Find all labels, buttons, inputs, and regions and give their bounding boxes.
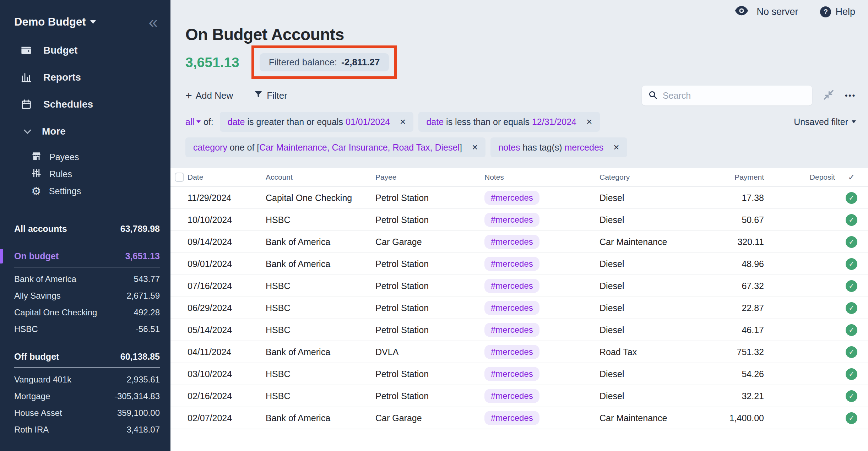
- table-row[interactable]: 11/29/2024Capital One CheckingPetrol Sta…: [170, 187, 868, 209]
- cell-date[interactable]: 04/11/2024: [188, 347, 266, 357]
- cell-notes[interactable]: #mercedes: [484, 389, 600, 403]
- notes-tag[interactable]: #mercedes: [484, 389, 539, 403]
- cell-account[interactable]: Bank of America: [266, 259, 375, 269]
- cell-date[interactable]: 02/16/2024: [188, 391, 266, 401]
- column-header-account[interactable]: Account: [266, 173, 375, 181]
- collapse-sidebar-icon[interactable]: «: [148, 16, 158, 29]
- cell-cleared[interactable]: ✓: [835, 258, 868, 270]
- sidebar-item-more[interactable]: More: [20, 122, 170, 141]
- cell-account[interactable]: Bank of America: [266, 347, 375, 357]
- cell-notes[interactable]: #mercedes: [484, 323, 600, 337]
- remove-filter-icon[interactable]: ×: [400, 117, 406, 127]
- filter-chip-notes-tag[interactable]: notes has tag(s) mercedes ×: [490, 137, 627, 157]
- cell-date[interactable]: 05/14/2024: [188, 325, 266, 335]
- cell-notes[interactable]: #mercedes: [484, 411, 600, 425]
- cell-cleared[interactable]: ✓: [835, 302, 868, 314]
- cell-notes[interactable]: #mercedes: [484, 191, 600, 205]
- cell-notes[interactable]: #mercedes: [484, 235, 600, 249]
- table-row[interactable]: 07/16/2024HSBCPetrol Station#mercedesDie…: [170, 275, 868, 297]
- cell-category[interactable]: Road Tax: [600, 347, 685, 357]
- notes-tag[interactable]: #mercedes: [484, 257, 539, 271]
- cell-payee[interactable]: Petrol Station: [375, 303, 484, 313]
- cell-date[interactable]: 10/10/2024: [188, 215, 266, 225]
- cell-category[interactable]: Diesel: [600, 391, 685, 401]
- filter-chip-date-gte[interactable]: date is greater than or equals 01/01/202…: [220, 112, 414, 132]
- cell-category[interactable]: Diesel: [600, 215, 685, 225]
- cell-date[interactable]: 06/29/2024: [188, 303, 266, 313]
- sidebar-account-item[interactable]: Roth IRA3,418.07: [0, 422, 170, 438]
- cell-payee[interactable]: Petrol Station: [375, 215, 484, 225]
- table-row[interactable]: 05/14/2024HSBCPetrol Station#mercedesDie…: [170, 319, 868, 341]
- cell-account[interactable]: Capital One Checking: [266, 193, 375, 203]
- cell-account[interactable]: HSBC: [266, 303, 375, 313]
- cell-date[interactable]: 09/14/2024: [188, 237, 266, 247]
- notes-tag[interactable]: #mercedes: [484, 235, 539, 249]
- filter-chip-category[interactable]: category one of [Car Maintenance, Car In…: [185, 137, 485, 157]
- sidebar-item-schedules[interactable]: Schedules: [20, 95, 170, 114]
- total-balance[interactable]: 3,651.13: [185, 55, 239, 70]
- cell-payee[interactable]: Car Garage: [375, 413, 484, 423]
- cell-account[interactable]: HSBC: [266, 281, 375, 291]
- table-row[interactable]: 04/11/2024Bank of AmericaDVLA#mercedesRo…: [170, 341, 868, 363]
- sidebar-item-budget[interactable]: Budget: [20, 41, 170, 60]
- remove-filter-icon[interactable]: ×: [613, 142, 619, 152]
- cell-date[interactable]: 03/10/2024: [188, 369, 266, 379]
- table-row[interactable]: 02/16/2024HSBCPetrol Station#mercedesDie…: [170, 385, 868, 407]
- column-header-date[interactable]: Date: [188, 173, 266, 181]
- column-header-payment[interactable]: Payment: [685, 173, 764, 181]
- filtered-balance-pill[interactable]: Filtered balance: -2,811.27: [260, 53, 389, 71]
- cell-cleared[interactable]: ✓: [835, 368, 868, 380]
- cell-payment[interactable]: 320.11: [685, 237, 764, 247]
- cell-account[interactable]: Bank of America: [266, 413, 375, 423]
- notes-tag[interactable]: #mercedes: [484, 367, 539, 381]
- notes-tag[interactable]: #mercedes: [484, 213, 539, 227]
- cell-notes[interactable]: #mercedes: [484, 301, 600, 315]
- cell-payee[interactable]: Petrol Station: [375, 281, 484, 291]
- cell-category[interactable]: Car Maintenance: [600, 237, 685, 247]
- match-mode-dropdown[interactable]: all: [185, 117, 201, 127]
- cell-notes[interactable]: #mercedes: [484, 213, 600, 227]
- cell-date[interactable]: 07/16/2024: [188, 281, 266, 291]
- notes-tag[interactable]: #mercedes: [484, 191, 539, 205]
- cell-cleared[interactable]: ✓: [835, 192, 868, 204]
- column-header-payee[interactable]: Payee: [375, 173, 484, 181]
- table-row[interactable]: 10/10/2024HSBCPetrol Station#mercedesDie…: [170, 209, 868, 231]
- cell-payment[interactable]: 1,400.00: [685, 413, 764, 423]
- cell-date[interactable]: 09/01/2024: [188, 259, 266, 269]
- cell-account[interactable]: HSBC: [266, 325, 375, 335]
- cell-category[interactable]: Diesel: [600, 325, 685, 335]
- sidebar-account-item[interactable]: Bank of America543.77: [0, 271, 170, 288]
- table-row[interactable]: 09/01/2024Bank of AmericaPetrol Station#…: [170, 253, 868, 275]
- cell-cleared[interactable]: ✓: [835, 280, 868, 292]
- cell-category[interactable]: Diesel: [600, 369, 685, 379]
- cell-account[interactable]: Bank of America: [266, 237, 375, 247]
- compress-rows-icon[interactable]: [822, 88, 835, 103]
- sidebar-item-all-accounts[interactable]: All accounts 63,789.98: [0, 221, 170, 237]
- cell-payment[interactable]: 54.26: [685, 369, 764, 379]
- cell-payment[interactable]: 46.17: [685, 325, 764, 335]
- cell-date[interactable]: 11/29/2024: [188, 193, 266, 203]
- cell-payee[interactable]: Petrol Station: [375, 259, 484, 269]
- column-header-category[interactable]: Category: [600, 173, 685, 181]
- budget-switcher[interactable]: Demo Budget: [14, 16, 96, 28]
- cell-category[interactable]: Diesel: [600, 281, 685, 291]
- cell-cleared[interactable]: ✓: [835, 412, 868, 424]
- sidebar-account-item[interactable]: Vanguard 401k2,935.61: [0, 371, 170, 388]
- column-header-deposit[interactable]: Deposit: [764, 173, 835, 181]
- sidebar-account-item[interactable]: Ally Savings2,671.59: [0, 288, 170, 304]
- help-button[interactable]: ? Help: [820, 6, 855, 17]
- sidebar-account-item[interactable]: Capital One Checking492.28: [0, 304, 170, 321]
- search-input[interactable]: [663, 91, 806, 101]
- cell-payee[interactable]: Petrol Station: [375, 369, 484, 379]
- privacy-eye-icon[interactable]: [734, 6, 749, 18]
- cell-payment[interactable]: 50.67: [685, 215, 764, 225]
- cell-payee[interactable]: DVLA: [375, 347, 484, 357]
- remove-filter-icon[interactable]: ×: [472, 142, 478, 152]
- cell-payment[interactable]: 17.38: [685, 193, 764, 203]
- filter-button[interactable]: Filter: [254, 89, 287, 102]
- sidebar-item-settings[interactable]: ⚙ Settings: [31, 183, 170, 200]
- server-status[interactable]: No server: [756, 6, 798, 17]
- cell-payment[interactable]: 67.32: [685, 281, 764, 291]
- cell-payee[interactable]: Petrol Station: [375, 391, 484, 401]
- cell-cleared[interactable]: ✓: [835, 346, 868, 358]
